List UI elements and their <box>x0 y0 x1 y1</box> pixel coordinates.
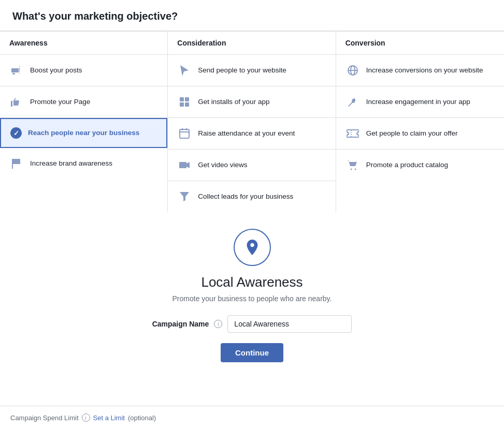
objective-website[interactable]: Send people to your website <box>168 55 335 86</box>
awareness-header: Awareness <box>0 32 167 55</box>
detail-icon-circle <box>234 229 271 266</box>
page-title: What's your marketing objective? <box>12 10 492 22</box>
svg-rect-1 <box>185 97 189 101</box>
info-icon[interactable]: i <box>214 320 222 328</box>
detail-section: Local Awareness Promote your business to… <box>0 212 504 375</box>
objective-reach-nearby[interactable]: Reach people near your business <box>0 118 167 148</box>
detail-description: Promote your business to people who are … <box>172 294 332 303</box>
conversion-header: Conversion <box>336 32 504 55</box>
conversions-label: Increase conversions on your website <box>366 66 483 75</box>
svg-rect-8 <box>179 162 186 168</box>
objective-promote-page[interactable]: Promote your Page <box>0 86 167 118</box>
footer-optional: (optional) <box>128 414 156 422</box>
svg-point-13 <box>350 169 352 170</box>
objective-leads[interactable]: Collect leads for your business <box>168 181 335 212</box>
objective-conversions[interactable]: Increase conversions on your website <box>336 55 504 86</box>
conversion-column: Conversion Increase conversions on your … <box>336 32 504 212</box>
funnel-icon <box>177 189 192 204</box>
svg-rect-0 <box>180 97 184 101</box>
thumbs-up-icon <box>9 95 24 109</box>
objective-app-engagement[interactable]: Increase engagement in your app <box>336 86 504 118</box>
cursor-icon <box>177 63 192 78</box>
catalog-label: Promote a product catalog <box>366 160 448 170</box>
detail-title: Local Awareness <box>201 274 303 290</box>
calendar-icon <box>177 126 192 141</box>
awareness-column: Awareness Boost your posts Promote your … <box>0 32 168 212</box>
svg-rect-2 <box>180 102 184 107</box>
video-views-label: Get video views <box>198 160 247 170</box>
footer-label: Campaign Spend Limit <box>10 414 79 422</box>
objective-app-installs[interactable]: Get installs of your app <box>168 86 335 118</box>
ticket-icon <box>345 126 360 141</box>
selected-check-icon <box>10 127 22 139</box>
globe-icon <box>345 63 360 78</box>
objective-catalog[interactable]: Promote a product catalog <box>336 150 504 181</box>
campaign-name-label: Campaign Name <box>152 320 209 328</box>
continue-button[interactable]: Continue <box>221 343 283 362</box>
set-limit-link[interactable]: Set a Limit <box>93 414 125 422</box>
campaign-name-input[interactable] <box>227 315 352 333</box>
event-label: Raise attendance at your event <box>198 129 295 138</box>
app-installs-label: Get installs of your app <box>198 97 269 107</box>
objective-video-views[interactable]: Get video views <box>168 150 335 181</box>
flag-icon <box>9 156 24 171</box>
promote-page-label: Promote your Page <box>30 97 90 107</box>
boost-posts-label: Boost your posts <box>30 66 82 75</box>
brand-awareness-label: Increase brand awareness <box>30 159 112 168</box>
objective-brand-awareness[interactable]: Increase brand awareness <box>0 148 167 179</box>
footer-info-icon[interactable]: i <box>82 413 90 422</box>
page-wrapper: What's your marketing objective? Awarene… <box>0 0 504 429</box>
website-label: Send people to your website <box>198 66 286 75</box>
location-pin-icon <box>243 238 262 257</box>
leads-label: Collect leads for your business <box>198 192 293 201</box>
consideration-header: Consideration <box>168 32 335 55</box>
page-header: What's your marketing objective? <box>0 0 504 31</box>
app-icon <box>177 95 192 109</box>
footer-bar: Campaign Spend Limit i Set a Limit (opti… <box>0 406 504 429</box>
video-icon <box>177 158 192 172</box>
objective-boost-posts[interactable]: Boost your posts <box>0 55 167 86</box>
objective-event[interactable]: Raise attendance at your event <box>168 118 335 150</box>
megaphone-icon <box>9 63 24 78</box>
cart-icon <box>345 158 360 172</box>
svg-point-14 <box>354 169 356 170</box>
offer-label: Get people to claim your offer <box>366 129 458 138</box>
campaign-name-row: Campaign Name i <box>152 315 352 333</box>
wrench-icon <box>345 95 360 109</box>
app-engagement-label: Increase engagement in your app <box>366 97 470 107</box>
svg-rect-4 <box>180 129 189 138</box>
objectives-grid: Awareness Boost your posts Promote your … <box>0 31 504 212</box>
svg-rect-3 <box>185 102 189 107</box>
reach-nearby-label: Reach people near your business <box>28 128 139 138</box>
objective-offer[interactable]: Get people to claim your offer <box>336 118 504 150</box>
consideration-column: Consideration Send people to your websit… <box>168 32 336 212</box>
